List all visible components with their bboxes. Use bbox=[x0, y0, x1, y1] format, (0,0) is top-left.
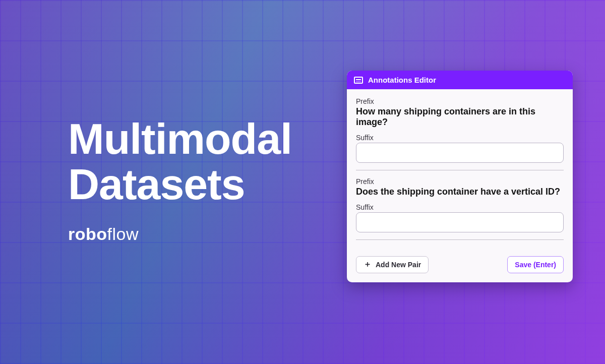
brand-text-bold: robo bbox=[68, 224, 107, 244]
hero-title-line1: Multimodal bbox=[68, 114, 292, 163]
annotations-editor-panel: Annotations Editor Prefix How many shipp… bbox=[347, 71, 573, 282]
prefix-value: How many shipping containers are in this… bbox=[356, 106, 564, 128]
prefix-label: Prefix bbox=[356, 177, 564, 186]
prefix-value: Does the shipping container have a verti… bbox=[356, 187, 564, 197]
brand-text-rest: flow bbox=[107, 224, 139, 244]
panel-title: Annotations Editor bbox=[368, 76, 436, 84]
suffix-input[interactable] bbox=[356, 212, 564, 232]
panel-body: Prefix How many shipping containers are … bbox=[347, 89, 573, 254]
brand-logo: roboflow bbox=[68, 224, 292, 244]
pair-divider bbox=[356, 170, 564, 170]
hero-title-line2: Datasets bbox=[68, 160, 245, 208]
add-pair-button[interactable]: ＋ Add New Pair bbox=[356, 256, 429, 273]
editor-icon bbox=[354, 77, 363, 84]
hero-text-block: Multimodal Datasets roboflow bbox=[68, 116, 292, 244]
hero-stage: Multimodal Datasets roboflow Annotations… bbox=[0, 0, 605, 364]
annotation-pair: Prefix Does the shipping container have … bbox=[356, 177, 564, 236]
annotation-pair: Prefix How many shipping containers are … bbox=[356, 97, 564, 167]
suffix-input[interactable] bbox=[356, 143, 564, 163]
hero-title: Multimodal Datasets bbox=[68, 116, 292, 207]
suffix-label: Suffix bbox=[356, 134, 564, 142]
pair-divider bbox=[356, 239, 564, 240]
save-button[interactable]: Save (Enter) bbox=[507, 256, 564, 273]
add-pair-label: Add New Pair bbox=[376, 261, 421, 269]
panel-footer: ＋ Add New Pair Save (Enter) bbox=[347, 254, 573, 282]
panel-header: Annotations Editor bbox=[347, 71, 573, 89]
prefix-label: Prefix bbox=[356, 97, 564, 105]
save-label: Save (Enter) bbox=[515, 261, 556, 269]
suffix-label: Suffix bbox=[356, 203, 564, 211]
